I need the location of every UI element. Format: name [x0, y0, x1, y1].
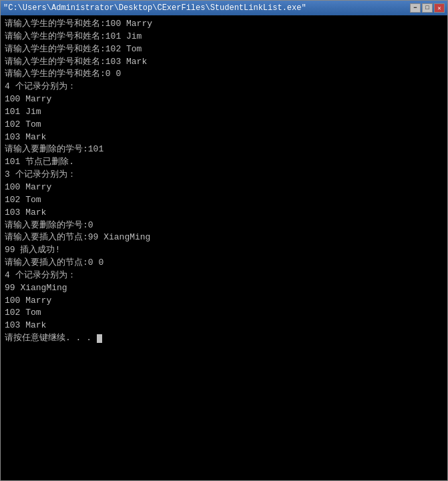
- close-button[interactable]: ✕: [434, 3, 445, 13]
- console-line: 102 Tom: [5, 307, 443, 320]
- console-line: 请输入要删除的学号:101: [5, 143, 443, 156]
- console-line: 100 Marry: [5, 295, 443, 308]
- console-line: 请输入要插入的节点:0 0: [5, 257, 443, 270]
- console-output[interactable]: 请输入学生的学号和姓名:100 Marry请输入学生的学号和姓名:101 Jim…: [1, 15, 447, 480]
- console-line: 101 节点已删除.: [5, 156, 443, 169]
- console-line: 101 Jim: [5, 106, 443, 119]
- cmd-window: "C:\Users\Administrator\Desktop\CExerFil…: [0, 0, 448, 481]
- console-line: 请输入学生的学号和姓名:101 Jim: [5, 31, 443, 43]
- window-title: "C:\Users\Administrator\Desktop\CExerFil…: [3, 3, 306, 13]
- console-line: 103 Mark: [5, 320, 443, 332]
- console-line: 请输入学生的学号和姓名:102 Tom: [5, 43, 443, 56]
- console-line: 4 个记录分别为：: [5, 81, 443, 93]
- minimize-button[interactable]: −: [410, 3, 421, 13]
- window-controls: − □ ✕: [410, 3, 445, 13]
- cursor-blink: [97, 334, 102, 343]
- console-line: 102 Tom: [5, 194, 443, 207]
- console-line: 99 XiangMing: [5, 282, 443, 295]
- console-line: 3 个记录分别为：: [5, 169, 443, 181]
- console-line: 103 Mark: [5, 207, 443, 219]
- console-line: 4 个记录分别为：: [5, 270, 443, 282]
- console-line: 请输入学生的学号和姓名:0 0: [5, 68, 443, 81]
- console-line: 请输入要删除的学号:0: [5, 219, 443, 232]
- console-line: 102 Tom: [5, 119, 443, 131]
- console-line: 99 插入成功!: [5, 244, 443, 257]
- console-line: 103 Mark: [5, 131, 443, 144]
- maximize-button[interactable]: □: [422, 3, 433, 13]
- title-bar: "C:\Users\Administrator\Desktop\CExerFil…: [1, 1, 447, 15]
- console-line: 请按任意键继续. . .: [5, 332, 443, 345]
- console-line: 100 Marry: [5, 93, 443, 106]
- console-line: 请输入学生的学号和姓名:100 Marry: [5, 18, 443, 31]
- console-line: 100 Marry: [5, 181, 443, 194]
- console-line: 请输入要插入的节点:99 XiangMing: [5, 231, 443, 244]
- console-line: 请输入学生的学号和姓名:103 Mark: [5, 56, 443, 69]
